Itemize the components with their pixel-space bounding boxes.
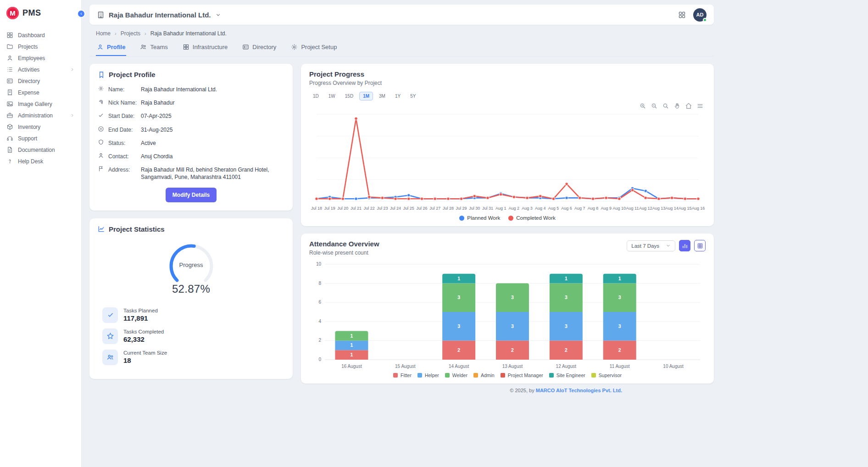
attendance-overview-card: Attendance Overview Role-wise present co…: [301, 234, 714, 384]
legend-swatch: [591, 373, 596, 378]
svg-text:2: 2: [565, 347, 568, 353]
zoom-in-icon[interactable]: [639, 102, 646, 110]
range-button-3m[interactable]: 3M: [375, 92, 389, 100]
bookmark-icon: [98, 71, 105, 78]
sidebar-item-inventory[interactable]: Inventory: [0, 121, 81, 133]
sidebar-item-activities[interactable]: Activities: [0, 64, 81, 75]
home-reset-icon[interactable]: [685, 102, 692, 110]
team-icon: [106, 353, 114, 361]
selection-zoom-icon[interactable]: [662, 102, 669, 110]
field-label: Contact:: [108, 153, 137, 160]
menu-icon[interactable]: [696, 102, 704, 110]
statistics-title-text: Project Statistics: [109, 225, 165, 233]
chevron-down-icon: [215, 12, 221, 18]
sidebar-item-expense[interactable]: Expense: [0, 87, 81, 98]
svg-text:3: 3: [457, 295, 460, 300]
tab-teams[interactable]: Teams: [139, 39, 168, 56]
legend-item-fitter[interactable]: Fitter: [393, 372, 412, 378]
svg-text:14 August: 14 August: [449, 364, 469, 369]
field-label: Status:: [108, 139, 137, 147]
svg-text:Jul 23: Jul 23: [377, 206, 388, 211]
tab-directory[interactable]: Directory: [241, 39, 277, 56]
stat-tasks-completed: Tasks Completed 62,332: [102, 328, 284, 344]
legend-swatch: [393, 373, 398, 378]
range-button-15d[interactable]: 15D: [341, 92, 357, 100]
list-icon: [6, 66, 13, 73]
legend-item-supervisor[interactable]: Supervisor: [591, 372, 622, 378]
svg-text:Jul 22: Jul 22: [364, 206, 375, 211]
legend-item-completed-work[interactable]: Completed Work: [508, 215, 555, 221]
svg-text:11 August: 11 August: [610, 364, 630, 369]
svg-text:8: 8: [318, 281, 321, 286]
tab-profile[interactable]: Profile: [96, 39, 126, 56]
sidebar-collapse-button[interactable]: ‹: [77, 10, 85, 18]
legend-dot: [459, 216, 464, 221]
breadcrumb-home[interactable]: Home: [96, 30, 111, 37]
user-avatar[interactable]: AD: [693, 8, 707, 22]
attendance-range-select[interactable]: Last 7 Days: [627, 240, 675, 251]
range-button-1w[interactable]: 1W: [325, 92, 339, 100]
svg-text:3: 3: [511, 295, 514, 300]
circle-cross-icon: [98, 126, 104, 132]
project-progress-line-svg: Jul 18Jul 19Jul 20Jul 21Jul 22Jul 23Jul …: [309, 107, 706, 213]
profile-field-status: Status: Active: [98, 139, 284, 147]
svg-text:Jul 18: Jul 18: [311, 206, 322, 211]
sidebar-item-administration[interactable]: Administration: [0, 110, 81, 121]
legend-item-admin[interactable]: Admin: [473, 372, 495, 378]
id-card-icon: [6, 78, 13, 84]
range-button-1d[interactable]: 1D: [309, 92, 323, 100]
legend-item-project-manager[interactable]: Project Manager: [501, 372, 543, 378]
company-name: Raja Bahadur International Ltd.: [109, 11, 211, 19]
svg-text:Aug 7: Aug 7: [574, 206, 585, 211]
range-button-5y[interactable]: 5Y: [406, 92, 419, 100]
legend-item-planned-work[interactable]: Planned Work: [459, 215, 500, 221]
help-icon: [6, 158, 13, 165]
svg-text:15 August: 15 August: [395, 364, 416, 369]
footer-company-link[interactable]: MARCO AIoT Technologies Pvt. Ltd.: [536, 388, 622, 393]
sidebar-item-image-gallery[interactable]: Image Gallery: [0, 98, 81, 110]
svg-text:2: 2: [457, 347, 460, 353]
svg-text:1: 1: [351, 352, 353, 357]
app-logo[interactable]: M PMS: [0, 0, 81, 28]
breadcrumb-projects[interactable]: Projects: [121, 30, 140, 37]
tab-infrastructure[interactable]: Infrastructure: [182, 39, 229, 56]
sidebar-item-help-desk[interactable]: Help Desk: [0, 156, 81, 167]
sidebar-item-directory[interactable]: Directory: [0, 75, 81, 87]
range-button-1m[interactable]: 1M: [359, 92, 373, 100]
modify-details-button[interactable]: Modify Details: [166, 188, 217, 202]
grid-icon: [183, 44, 189, 50]
zoom-out-icon[interactable]: [651, 102, 658, 110]
company-selector[interactable]: Raja Bahadur International Ltd.: [97, 11, 221, 19]
svg-text:6: 6: [318, 300, 321, 305]
apps-grid-icon[interactable]: [678, 11, 686, 19]
attendance-chart: 024681011116 August15 August233114 Augus…: [309, 261, 706, 372]
svg-text:1: 1: [457, 276, 460, 281]
project-progress-chart: Jul 18Jul 19Jul 20Jul 21Jul 22Jul 23Jul …: [309, 107, 706, 213]
sidebar-item-dashboard[interactable]: Dashboard: [0, 29, 81, 41]
sidebar-item-documentation[interactable]: Documentation: [0, 144, 81, 156]
svg-text:3: 3: [618, 323, 621, 329]
svg-text:1: 1: [565, 276, 568, 281]
tab-project-setup[interactable]: Project Setup: [290, 39, 338, 56]
bar-view-toggle-button[interactable]: [679, 240, 690, 251]
sidebar-item-employees[interactable]: Employees: [0, 52, 81, 64]
range-button-1y[interactable]: 1Y: [391, 92, 404, 100]
pan-hand-icon[interactable]: [673, 102, 681, 110]
legend-item-welder[interactable]: Welder: [445, 372, 467, 378]
sidebar-item-label: Inventory: [18, 124, 40, 130]
footer-copyright-text: © 2025, by: [510, 388, 535, 393]
table-view-toggle-button[interactable]: [694, 240, 706, 251]
legend-item-helper[interactable]: Helper: [417, 372, 439, 378]
document-icon: [6, 146, 13, 153]
legend-item-site-engineer[interactable]: Site Engineer: [549, 372, 585, 378]
sidebar-item-label: Administration: [18, 112, 53, 119]
svg-text:10: 10: [316, 261, 322, 267]
legend-swatch: [549, 373, 554, 378]
sidebar-item-support[interactable]: Support: [0, 133, 81, 144]
flag-icon: [98, 166, 104, 172]
profile-title-text: Project Profile: [109, 71, 156, 78]
svg-text:2: 2: [618, 347, 621, 353]
sidebar-item-projects[interactable]: Projects: [0, 41, 81, 52]
sidebar-item-label: Directory: [18, 78, 40, 84]
fingerprint-icon: [98, 99, 104, 105]
